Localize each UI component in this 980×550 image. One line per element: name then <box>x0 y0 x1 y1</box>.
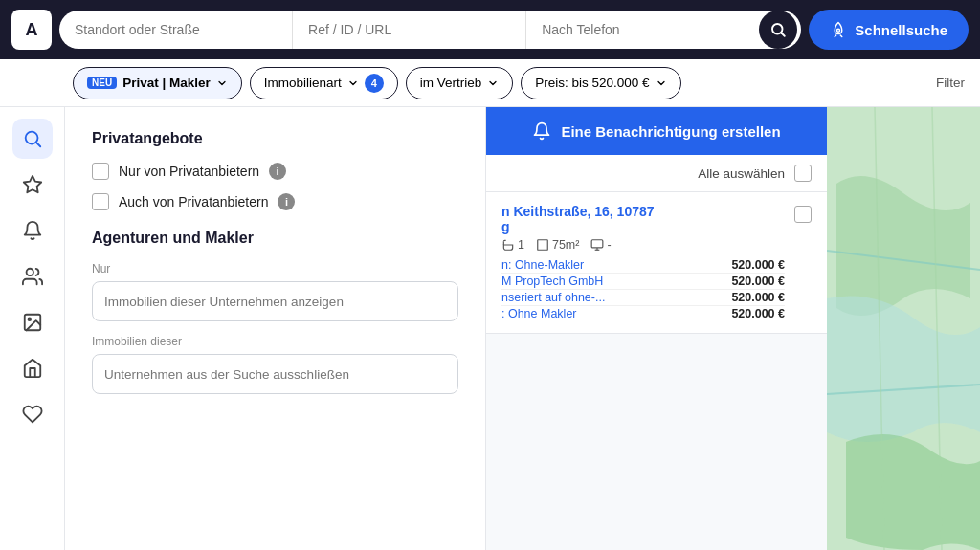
price-value: 520.000 € <box>731 258 785 272</box>
sidebar <box>0 107 65 550</box>
price-value: 520.000 € <box>731 307 785 320</box>
info-icon-1[interactable]: i <box>269 163 286 180</box>
area-icon <box>536 238 549 252</box>
section-divider: Agenturen und Makler <box>92 230 458 247</box>
rooms-icon <box>590 238 604 252</box>
listing-title: n Keithstraße, 16, 10787 g <box>501 204 785 234</box>
include-label: Nur <box>92 262 458 275</box>
meta-rooms: - <box>590 238 611 252</box>
search-icon <box>769 21 787 38</box>
svg-line-4 <box>36 143 40 146</box>
price-row: nseriert auf ohne-...520.000 € <box>501 290 785 306</box>
sidebar-icon-home[interactable] <box>12 348 53 388</box>
svg-line-1 <box>782 33 785 35</box>
notification-label: Eine Benachrichtigung erstellen <box>561 123 780 140</box>
provider-name: n: Ohne-Makler <box>501 258 584 272</box>
filter-chip-privat-makler[interactable]: NEU Privat | Makler <box>73 67 242 99</box>
info-icon-2[interactable]: i <box>278 193 295 210</box>
svg-rect-10 <box>538 240 548 251</box>
main-layout: Privatangebote Nur von Privatanbietern i… <box>0 107 980 550</box>
svg-rect-11 <box>592 240 604 248</box>
notification-bar[interactable]: Eine Benachrichtigung erstellen <box>486 107 827 155</box>
chevron-down-icon-2 <box>347 77 359 89</box>
sidebar-icon-handshake[interactable] <box>12 394 53 434</box>
new-badge: NEU <box>87 77 117 89</box>
search-bar <box>59 11 801 49</box>
listing-checkbox[interactable] <box>794 206 812 223</box>
chevron-down-icon <box>216 77 228 89</box>
map-panel <box>827 107 980 550</box>
results-header: Alle auswählen <box>486 155 827 192</box>
price-value: 520.000 € <box>731 291 785 304</box>
results-scroll[interactable]: n Keithstraße, 16, 10787 g 1 75m² <box>486 192 827 550</box>
chevron-down-icon-3 <box>487 77 499 89</box>
location-search-input[interactable] <box>59 11 293 49</box>
checkbox-auch-privatanbieter[interactable] <box>92 193 109 210</box>
map-background <box>827 107 980 550</box>
provider-name: : Ohne Makler <box>501 307 577 320</box>
include-companies-input[interactable] <box>92 281 458 321</box>
results-panel: Eine Benachrichtigung erstellen Alle aus… <box>486 107 827 550</box>
sidebar-icon-favorites[interactable] <box>12 165 53 205</box>
ref-search-input[interactable] <box>293 11 526 49</box>
provider-name: nseriert auf ohne-... <box>501 291 605 304</box>
price-row: : Ohne Makler520.000 € <box>501 306 785 321</box>
logo: A <box>11 10 52 50</box>
filter-chip-immobilienart[interactable]: Immobilienart 4 <box>250 67 398 99</box>
select-all-checkbox[interactable] <box>794 165 812 182</box>
filter-more-button[interactable]: Filter <box>936 76 972 90</box>
sidebar-icon-contacts[interactable] <box>12 256 53 297</box>
chevron-down-icon-4 <box>656 77 667 89</box>
filterbar: NEU Privat | Makler Immobilienart 4 im V… <box>0 59 980 107</box>
rocket-icon <box>830 21 847 38</box>
checkbox-row-2: Auch von Privatanbietern i <box>92 193 458 210</box>
filter-chip-vertrieb[interactable]: im Vertrieb <box>406 67 514 99</box>
dropdown-panel: Privatangebote Nur von Privatanbietern i… <box>65 107 486 550</box>
listing-item: n Keithstraße, 16, 10787 g 1 75m² <box>486 192 827 334</box>
sidebar-icon-gallery[interactable] <box>12 302 53 342</box>
price-rows: n: Ohne-Makler520.000 €M PropTech GmbH52… <box>501 257 785 321</box>
checkbox-label-1: Nur von Privatanbietern <box>119 164 259 179</box>
svg-point-3 <box>25 132 37 144</box>
exclude-companies-input[interactable] <box>92 354 458 394</box>
section-privatangebote-title: Privatangebote <box>92 130 458 147</box>
meta-area: 75m² <box>536 238 579 252</box>
search-submit-button[interactable] <box>759 11 797 49</box>
topbar: A Schnellsuche <box>0 0 980 59</box>
section-agenturen-title: Agenturen und Makler <box>92 230 458 247</box>
checkbox-label-2: Auch von Privatanbietern <box>119 194 268 209</box>
filter-chip-preis[interactable]: Preis: bis 520.000 € <box>521 67 680 99</box>
checkbox-nur-privatanbieter[interactable] <box>92 163 109 180</box>
sidebar-icon-notifications[interactable] <box>12 210 53 251</box>
svg-marker-5 <box>23 176 40 192</box>
bath-icon <box>501 238 515 252</box>
bell-icon <box>532 121 551 141</box>
phone-search-input[interactable] <box>526 11 759 49</box>
price-value: 520.000 € <box>731 275 785 288</box>
price-row: M PropTech GmbH520.000 € <box>501 274 785 290</box>
listing-meta: 1 75m² - <box>501 238 785 252</box>
exclude-label: Immobilien dieser <box>92 335 458 348</box>
map-svg <box>827 107 980 550</box>
listing-content: n Keithstraße, 16, 10787 g 1 75m² <box>501 204 785 321</box>
price-row: n: Ohne-Makler520.000 € <box>501 257 785 274</box>
schnellsuche-button[interactable]: Schnellsuche <box>809 10 969 50</box>
sidebar-icon-search[interactable] <box>12 119 53 159</box>
meta-bathrooms: 1 <box>501 238 524 252</box>
svg-point-8 <box>28 318 31 320</box>
svg-point-2 <box>837 29 840 32</box>
provider-name: M PropTech GmbH <box>501 275 603 288</box>
svg-point-6 <box>26 269 33 275</box>
immobilienart-badge: 4 <box>365 74 384 93</box>
checkbox-row-1: Nur von Privatanbietern i <box>92 163 458 180</box>
select-all-label: Alle auswählen <box>698 166 785 181</box>
